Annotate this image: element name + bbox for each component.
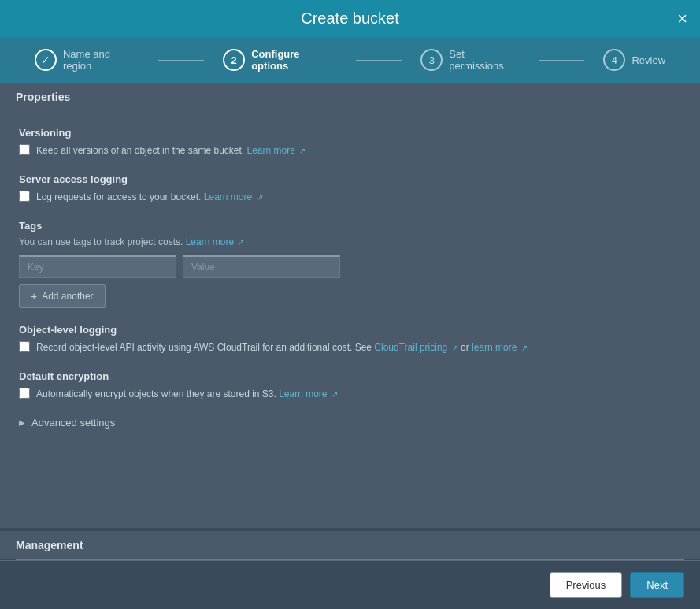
step-review: 4 Review — [584, 49, 684, 71]
default-encryption-learn-more-icon: ↗ — [331, 390, 338, 399]
step-label-2: Configure options — [251, 48, 337, 72]
object-logging-checkbox-row: Record object-level API activity using A… — [19, 340, 681, 355]
cloudtrail-pricing-link[interactable]: CloudTrail pricing ↗ — [374, 342, 457, 353]
step-separator-1 — [158, 60, 205, 61]
step-circle-4: 4 — [603, 49, 625, 71]
step-configure-options: 2 Configure options — [204, 48, 356, 72]
step-label-3: Set permissions — [449, 48, 520, 72]
server-logging-label: Log requests for access to your bucket. … — [36, 190, 263, 204]
tags-learn-more-link[interactable]: Learn more ↗ — [186, 236, 245, 247]
add-another-button[interactable]: + Add another — [19, 284, 106, 308]
default-encryption-checkbox-row: Automatically encrypt objects when they … — [19, 387, 681, 401]
object-logging-label: Record object-level API activity using A… — [36, 340, 528, 355]
server-logging-checkbox[interactable] — [19, 191, 30, 202]
server-logging-learn-more-link[interactable]: Learn more ↗ — [204, 191, 263, 202]
object-logging-checkbox[interactable] — [19, 341, 30, 352]
triangle-icon: ▶ — [19, 418, 25, 427]
server-logging-title: Server access logging — [19, 173, 681, 185]
step-separator-2 — [356, 60, 402, 61]
tag-key-input[interactable] — [19, 255, 176, 278]
default-encryption-checkbox[interactable] — [19, 388, 30, 399]
versioning-label: Keep all versions of an object in the sa… — [36, 143, 306, 158]
server-logging-learn-more-icon: ↗ — [257, 193, 263, 202]
advanced-settings-toggle[interactable]: ▶ Advanced settings — [19, 417, 681, 429]
server-logging-checkbox-row: Log requests for access to your bucket. … — [19, 190, 681, 204]
versioning-learn-more-link[interactable]: Learn more ↗ — [247, 145, 306, 156]
default-encryption-title: Default encryption — [19, 370, 681, 382]
versioning-learn-more-icon: ↗ — [299, 147, 306, 155]
tags-title: Tags — [19, 220, 681, 232]
versioning-section: Versioning Keep all versions of an objec… — [19, 127, 681, 158]
cloudtrail-link-icon: ↗ — [452, 343, 458, 352]
advanced-settings-label: Advanced settings — [31, 417, 115, 429]
modal-footer: Previous Next — [0, 560, 700, 609]
step-label-1: Name and region — [63, 48, 139, 72]
object-logging-title: Object-level logging — [19, 324, 681, 336]
step-circle-3: 3 — [420, 49, 443, 71]
tags-learn-more-icon: ↗ — [238, 238, 244, 247]
default-encryption-label: Automatically encrypt objects when they … — [36, 387, 338, 401]
step-separator-3 — [539, 60, 585, 61]
tags-description: You can use tags to track project costs.… — [19, 236, 681, 247]
management-section-header: Management — [0, 531, 700, 559]
create-bucket-modal: Create bucket × Name and region 2 Config… — [0, 0, 700, 609]
default-encryption-section: Default encryption Automatically encrypt… — [19, 370, 681, 401]
object-logging-learn-more-link[interactable]: learn more ↗ — [472, 342, 528, 353]
step-set-permissions: 3 Set permissions — [402, 48, 539, 72]
properties-section-header: Properties — [0, 83, 700, 111]
step-circle-2: 2 — [223, 49, 245, 71]
close-button[interactable]: × — [677, 10, 687, 28]
default-encryption-learn-more-link[interactable]: Learn more ↗ — [279, 388, 338, 399]
tag-value-input[interactable] — [183, 255, 340, 278]
step-label-4: Review — [631, 54, 665, 66]
tags-section: Tags You can use tags to track project c… — [19, 220, 681, 308]
modal-header: Create bucket × — [0, 0, 700, 37]
server-logging-section: Server access logging Log requests for a… — [19, 173, 681, 204]
main-content: Versioning Keep all versions of an objec… — [0, 111, 700, 528]
versioning-checkbox-row: Keep all versions of an object in the sa… — [19, 143, 681, 158]
plus-icon: + — [31, 290, 37, 303]
versioning-title: Versioning — [19, 127, 681, 139]
object-logging-section: Object-level logging Record object-level… — [19, 324, 681, 355]
next-button[interactable]: Next — [630, 572, 684, 598]
tags-inputs-row — [19, 255, 681, 278]
versioning-checkbox[interactable] — [19, 144, 30, 155]
modal-title: Create bucket — [301, 9, 399, 28]
object-logging-learn-more-icon: ↗ — [521, 343, 528, 352]
step-circle-1 — [35, 49, 57, 71]
step-name-region: Name and region — [16, 48, 158, 72]
previous-button[interactable]: Previous — [550, 572, 623, 598]
steps-bar: Name and region 2 Configure options 3 Se… — [0, 37, 700, 83]
